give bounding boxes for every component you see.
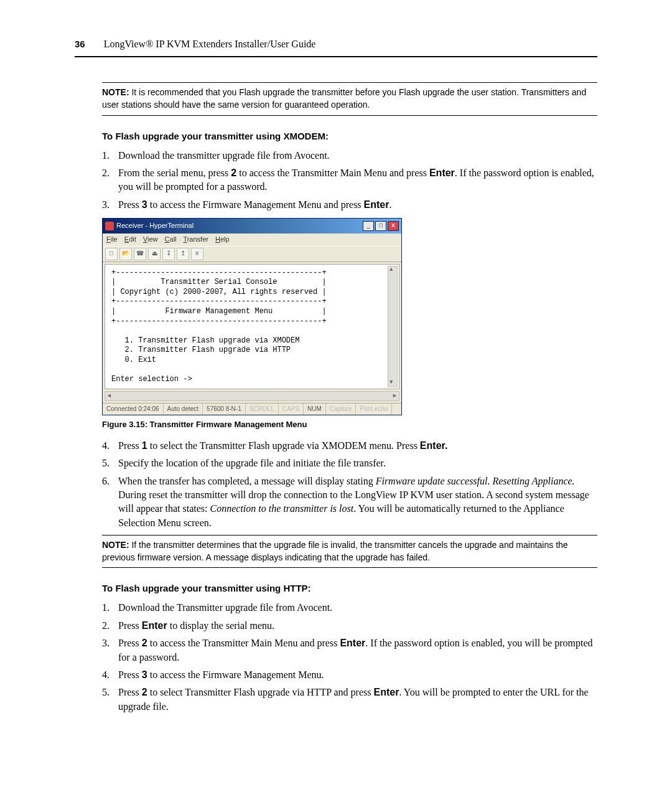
menubar: File Edit View Call Transfer Help — [103, 234, 401, 245]
step-text: Press 3 to access the Firmware Managemen… — [118, 198, 597, 212]
toolbar-call-icon[interactable]: ☎ — [134, 248, 146, 260]
status-baud: 57600 8-N-1 — [203, 404, 246, 415]
menu-call[interactable]: Call — [165, 235, 177, 243]
menu-edit[interactable]: Edit — [124, 235, 136, 243]
horizontal-scrollbar[interactable]: ◄► — [105, 391, 399, 401]
terminal-text: +---------------------------------------… — [111, 268, 327, 384]
list-item: 4. Press 1 to select the Transmitter Fla… — [102, 439, 597, 453]
header-rule — [75, 56, 597, 57]
figure-caption: Figure 3.15: Transmitter Firmware Manage… — [102, 419, 597, 430]
status-caps: CAPS — [279, 404, 304, 415]
status-detect: Auto detect — [164, 404, 203, 415]
heading-http: To Flash upgrade your transmitter using … — [102, 582, 597, 595]
step-text: Press 2 to select Transmitter Flash upgr… — [118, 686, 597, 714]
step-text: Specify the location of the upgrade file… — [118, 456, 597, 470]
list-item: 1. Download the Transmitter upgrade file… — [102, 601, 597, 615]
close-button[interactable]: X — [388, 221, 399, 231]
menu-transfer[interactable]: Transfer — [183, 235, 208, 243]
list-item: 5. Specify the location of the upgrade f… — [102, 456, 597, 470]
page-number: 36 — [75, 37, 85, 50]
note-label: NOTE: — [102, 540, 129, 550]
note-invalid-upgrade: NOTE: If the transmitter determines that… — [102, 539, 597, 564]
status-scroll: SCROLL — [246, 404, 279, 415]
toolbar-hangup-icon[interactable]: ⏏ — [148, 248, 161, 260]
list-item: 3. Press 2 to access the Transmitter Mai… — [102, 636, 597, 664]
list-item: 3. Press 3 to access the Firmware Manage… — [102, 198, 597, 212]
status-connected: Connected 0:24:06 — [103, 404, 164, 415]
vertical-scrollbar[interactable] — [388, 266, 398, 387]
heading-xmodem: To Flash upgrade your transmitter using … — [102, 130, 597, 143]
toolbar-receive-icon[interactable]: ↥ — [177, 248, 189, 260]
menu-file[interactable]: File — [106, 235, 118, 243]
titlebar: Receiver - HyperTerminal _ □ X — [103, 219, 401, 234]
status-print: Print echo — [356, 404, 392, 415]
running-header: LongView® IP KVM Extenders Installer/Use… — [104, 37, 316, 51]
terminal-area[interactable]: +---------------------------------------… — [105, 264, 399, 389]
app-icon — [105, 222, 114, 230]
note2-rule-bottom — [102, 567, 597, 568]
toolbar-open-icon[interactable]: 📂 — [119, 248, 132, 260]
menu-help[interactable]: Help — [215, 235, 230, 243]
status-num: NUM — [304, 404, 326, 415]
list-item: 2. Press Enter to display the serial men… — [102, 619, 597, 633]
note-label: NOTE: — [102, 87, 129, 97]
toolbar-properties-icon[interactable]: ≡ — [191, 248, 203, 260]
note-text: If the transmitter determines that the u… — [102, 540, 568, 562]
maximize-button[interactable]: □ — [375, 221, 386, 231]
step-text: Press 1 to select the Transmitter Flash … — [118, 439, 597, 453]
step-text: Press Enter to display the serial menu. — [118, 619, 597, 633]
window-title: Receiver - HyperTerminal — [116, 221, 363, 230]
menu-view[interactable]: View — [143, 235, 158, 243]
toolbar: □ 📂 ☎ ⏏ ↧ ↥ ≡ — [103, 246, 401, 262]
list-item: 1. Download the transmitter upgrade file… — [102, 149, 597, 163]
note-text: It is recommended that you Flash upgrade… — [102, 87, 586, 110]
status-capture: Capture — [326, 404, 357, 415]
list-item: 4. Press 3 to access the Firmware Manage… — [102, 668, 597, 682]
minimize-button[interactable]: _ — [363, 221, 374, 231]
list-item: 2. From the serial menu, press 2 to acce… — [102, 166, 597, 194]
step-text: Press 2 to access the Transmitter Main M… — [118, 636, 597, 664]
toolbar-new-icon[interactable]: □ — [105, 248, 118, 260]
xmodem-steps-list-cont: 4. Press 1 to select the Transmitter Fla… — [102, 439, 597, 530]
note-flash-order: NOTE: It is recommended that you Flash u… — [102, 87, 597, 111]
step-text: When the transfer has completed, a messa… — [118, 474, 597, 531]
step-text: From the serial menu, press 2 to access … — [118, 166, 597, 194]
toolbar-send-icon[interactable]: ↧ — [162, 248, 175, 260]
note-rule-bottom — [102, 115, 597, 116]
http-steps-list: 1. Download the Transmitter upgrade file… — [102, 601, 597, 714]
xmodem-steps-list: 1. Download the transmitter upgrade file… — [102, 149, 597, 212]
list-item: 5. Press 2 to select Transmitter Flash u… — [102, 686, 597, 714]
page-content: NOTE: It is recommended that you Flash u… — [102, 82, 597, 714]
step-text: Press 3 to access the Firmware Managemen… — [118, 668, 597, 682]
hyperterminal-window: Receiver - HyperTerminal _ □ X File Edit… — [102, 218, 402, 415]
status-bar: Connected 0:24:06 Auto detect 57600 8-N-… — [103, 403, 401, 415]
note2-rule-top — [102, 535, 597, 536]
step-text: Download the transmitter upgrade file fr… — [118, 149, 597, 163]
step-text: Download the Transmitter upgrade file fr… — [118, 601, 597, 615]
note-rule-top — [102, 82, 597, 83]
list-item: 6. When the transfer has completed, a me… — [102, 474, 597, 531]
